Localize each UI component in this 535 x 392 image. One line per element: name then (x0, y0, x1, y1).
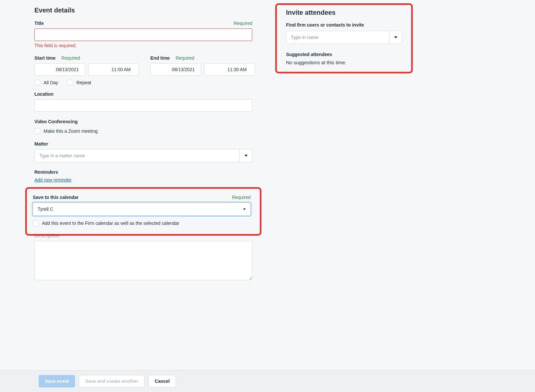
matter-combobox[interactable] (34, 149, 252, 162)
repeat-checkbox[interactable] (67, 80, 73, 86)
description-textarea[interactable] (34, 241, 252, 280)
end-date-input[interactable] (151, 64, 201, 75)
location-input[interactable] (34, 99, 252, 112)
end-time-required-tag: Required (176, 55, 194, 61)
attendee-dropdown-button[interactable] (389, 31, 402, 44)
firm-calendar-label: Add this event to the Firm calendar as w… (42, 221, 179, 226)
reminders-label: Reminders (34, 169, 252, 175)
zoom-meeting-checkbox[interactable] (34, 128, 40, 134)
start-time-label: Start time (34, 55, 56, 61)
invite-attendees-highlight: Invite attendees Find firm users or cont… (275, 3, 413, 73)
all-day-label: All Day (44, 80, 58, 85)
matter-label: Matter (34, 141, 252, 147)
title-input[interactable] (34, 29, 252, 41)
start-date-input[interactable] (35, 64, 85, 75)
end-time-label: End time (150, 55, 170, 61)
chevron-down-icon (243, 208, 246, 210)
start-time-input[interactable] (88, 64, 139, 75)
end-time-group: End time Required (150, 55, 255, 76)
save-to-calendar-label: Save to this calendar (33, 195, 79, 200)
find-users-label: Find firm users or contacts to invite (286, 22, 402, 28)
video-conferencing-label: Video Conferencing (34, 119, 252, 124)
chevron-down-icon (394, 36, 397, 38)
calendar-select[interactable]: Tyrell C (33, 203, 251, 216)
start-time-group: Start time Required (34, 55, 139, 76)
start-time-required-tag: Required (62, 55, 80, 61)
chevron-down-icon (244, 155, 248, 157)
end-time-input[interactable] (204, 64, 255, 75)
matter-input[interactable] (35, 149, 239, 162)
attendee-combobox[interactable] (286, 31, 402, 44)
attendee-input[interactable] (286, 31, 389, 44)
save-to-calendar-highlight: Save to this calendar Required Tyrell C … (25, 187, 261, 236)
no-suggestions-text: No suggestions at this time. (286, 60, 402, 65)
event-details-panel: Event details Title Required This field … (34, 7, 252, 307)
title-required-tag: Required (234, 21, 252, 26)
invite-attendees-heading: Invite attendees (286, 9, 402, 16)
save-to-calendar-required-tag: Required (232, 195, 251, 200)
all-day-checkbox[interactable] (34, 80, 40, 86)
event-details-heading: Event details (34, 7, 252, 14)
zoom-meeting-label: Make this a Zoom meeting (44, 128, 98, 134)
matter-dropdown-button[interactable] (239, 149, 252, 162)
firm-calendar-checkbox[interactable] (33, 220, 39, 226)
location-label: Location (34, 91, 252, 97)
title-error-message: This field is required. (34, 43, 252, 48)
repeat-label: Repeat (76, 80, 91, 85)
suggested-attendees-label: Suggested attendees (286, 52, 402, 57)
title-label: Title (34, 21, 44, 26)
add-reminder-link[interactable]: Add new reminder (34, 177, 72, 183)
title-field-group: Title Required This field is required. (34, 21, 252, 48)
description-label: Description (34, 233, 252, 238)
calendar-select-value: Tyrell C (38, 206, 53, 212)
invite-attendees-panel: Invite attendees Find firm users or cont… (275, 7, 413, 307)
